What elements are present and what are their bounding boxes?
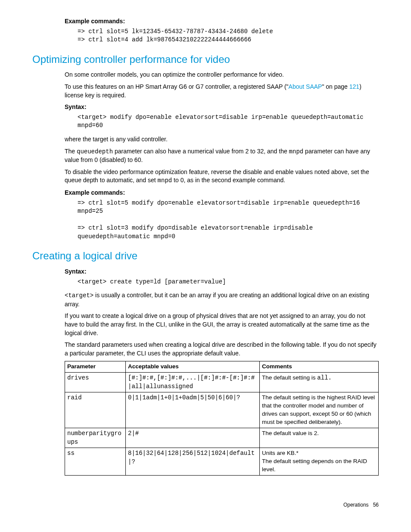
heading-creating-logical-drive: Creating a logical drive bbox=[32, 249, 379, 263]
paragraph: To disable the video performance optimiz… bbox=[65, 168, 379, 185]
table-header: Parameter bbox=[65, 361, 126, 373]
table-row: ss 8|16|32|64|128|256|512|1024|default|?… bbox=[65, 448, 379, 476]
table-header: Acceptable values bbox=[126, 361, 260, 373]
label-syntax: Syntax: bbox=[65, 103, 87, 110]
paragraph: If you want to create a logical drive on… bbox=[65, 312, 379, 337]
table-header: Comments bbox=[260, 361, 379, 373]
table-row: raid 0|1|1adm|1+0|1+0adm|5|50|6|60|? The… bbox=[65, 392, 379, 428]
paragraph: where the target is any valid controller… bbox=[65, 135, 379, 144]
label-example-commands: Example commands: bbox=[65, 18, 125, 25]
parameter-table: Parameter Acceptable values Comments dri… bbox=[65, 361, 379, 476]
page-footer: Operations 56 bbox=[32, 501, 379, 509]
link-about-saap[interactable]: About SAAP bbox=[289, 83, 322, 90]
paragraph: The queuedepth parameter can also have a… bbox=[65, 147, 379, 165]
link-page-121[interactable]: 121 bbox=[349, 83, 359, 90]
code-block: <target> create type=ld [parameter=value… bbox=[78, 278, 379, 286]
table-row: drives [#:]#:#,[#:]#:#,...|[#:]#:#-[#:]#… bbox=[65, 373, 379, 392]
table-row: numberparitygroups 2|# The default value… bbox=[65, 428, 379, 448]
code-line: => ctrl slot=5 lk=12345-65432-78787-4343… bbox=[78, 28, 379, 36]
paragraph: To use this features on an HP Smart Arra… bbox=[65, 83, 379, 100]
paragraph: The standard parameters used when creati… bbox=[65, 341, 379, 358]
label-example-commands: Example commands: bbox=[65, 189, 125, 196]
label-syntax: Syntax: bbox=[65, 268, 87, 275]
code-line: => ctrl slot=5 modify dpo=enable elevato… bbox=[78, 199, 379, 216]
heading-optimizing: Optimizing controller performance for vi… bbox=[32, 52, 379, 67]
code-block: <target> modify dpo=enable elevatorsort=… bbox=[78, 113, 379, 130]
paragraph: <target> is usually a controller, but it… bbox=[65, 291, 379, 308]
code-line: => ctrl slot=3 modify dpo=disable elevat… bbox=[78, 224, 379, 241]
paragraph: On some controller models, you can optim… bbox=[65, 71, 379, 79]
code-line: => ctrl slot=4 add lk=987654321022222444… bbox=[78, 36, 379, 44]
